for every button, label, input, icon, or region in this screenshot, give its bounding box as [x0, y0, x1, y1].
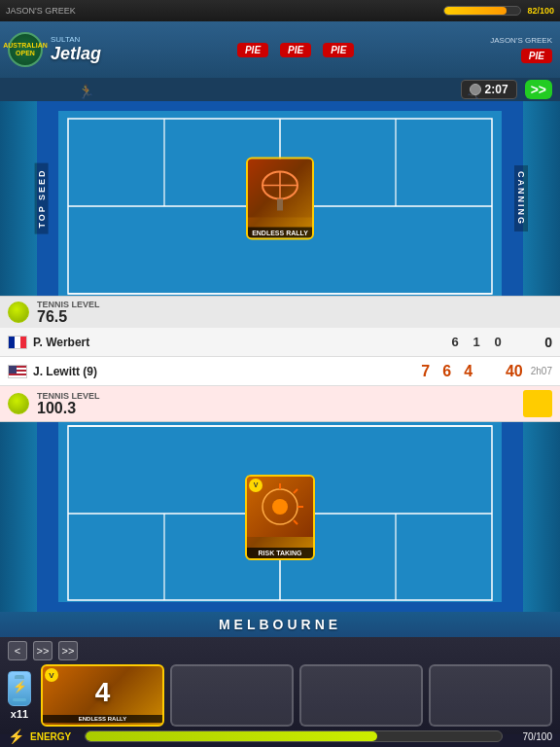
back-icon: <	[15, 645, 20, 657]
top-bar: JASON'S GREEK 82/100	[0, 0, 560, 21]
player1-set2: 1	[471, 335, 482, 349]
xp-fill	[444, 7, 507, 15]
tennis-level-row-top: TENNIS LEVEL 76.5	[0, 297, 560, 328]
card-art-top	[256, 164, 304, 213]
card-slot-1[interactable]: V 4 ENDLESS RALLY	[41, 664, 164, 727]
skip2-icon: >>	[62, 645, 75, 657]
player2-score: 40	[484, 363, 523, 380]
lightning-icon: ⚡	[8, 729, 24, 744]
card-slot-4[interactable]	[429, 664, 552, 727]
drink-icon: ⚡	[8, 671, 31, 706]
svg-point-28	[272, 499, 288, 515]
card-image-top	[248, 160, 312, 218]
us-flag-svg	[9, 366, 27, 378]
drink-item: ⚡ x11	[8, 671, 31, 720]
level-accent-bar	[523, 390, 552, 417]
player-name: Jetlag	[51, 44, 101, 64]
pie-logo-3: PIE	[323, 43, 354, 57]
bottom-main: ⚡ x11 V 4 ENDLESS RALLY	[0, 664, 560, 727]
sponsor-label: JASON'S GREEK	[490, 36, 552, 45]
tournament-text: AUSTRALIAN OPEN	[3, 42, 48, 58]
back-button[interactable]: <	[8, 641, 27, 660]
header-right: JASON'S GREEK PIE	[490, 36, 552, 63]
xp-label: 82/100	[527, 6, 554, 16]
tennis-level-info-bottom: TENNIS LEVEL 100.3	[37, 391, 100, 416]
card-slot-1-badge-text: V	[49, 671, 53, 680]
skip2-button[interactable]: >>	[58, 641, 78, 660]
score-section: TENNIS LEVEL 76.5 P. Werbert 6 1 0 0 J. …	[0, 296, 560, 422]
card-center-bottom[interactable]: V RISK TAKING	[245, 475, 315, 560]
svg-rect-15	[9, 366, 17, 374]
player2-row: J. Lewitt (9) 7 6 4 40 2h07	[0, 357, 560, 386]
skip1-button[interactable]: >>	[33, 641, 52, 660]
skip-button[interactable]: >>	[525, 80, 552, 99]
tennis-level-info-top: TENNIS LEVEL 76.5	[37, 300, 100, 325]
tennis-level-value-top: 76.5	[37, 309, 100, 325]
canning-banner: CANNING	[514, 165, 528, 231]
bottom-ui: < >> >> ⚡ x11 V 4 EN	[0, 637, 560, 734]
card-badge-bottom: V	[249, 479, 262, 492]
player1-name: P. Werbert	[33, 336, 449, 349]
energy-value: 70/100	[508, 731, 552, 742]
svg-rect-14	[9, 375, 27, 377]
card-label-top: ENDLESS RALLY	[248, 228, 312, 238]
player1-set3: 0	[492, 335, 504, 349]
tennis-ball-icon-top	[8, 302, 29, 323]
flag-us	[8, 365, 27, 378]
skip1-icon: >>	[37, 645, 50, 657]
xp-wrapper	[443, 6, 521, 16]
svg-line-27	[294, 520, 298, 524]
energy-bar-fill	[86, 731, 377, 741]
timer-row: 🏃 🏃 2:07 >>	[0, 78, 560, 101]
drink-count: x11	[11, 708, 28, 720]
aus-open-logo: AUSTRALIAN OPEN	[8, 32, 43, 67]
card-center-top[interactable]: ENDLESS RALLY	[246, 158, 314, 240]
sponsor-top-left: JASON'S GREEK	[6, 6, 76, 16]
player2-set1: 7	[420, 363, 432, 380]
card-slots: V 4 ENDLESS RALLY	[41, 664, 552, 727]
card-slot-2[interactable]	[170, 664, 294, 727]
pie-logo-right: PIE	[521, 49, 552, 63]
player2-sets: 7 6 4	[420, 363, 474, 380]
card-slot-1-badge: V	[45, 668, 58, 682]
energy-label: ENERGY	[30, 731, 79, 742]
card-art-bottom	[255, 481, 305, 532]
svg-line-25	[294, 489, 298, 493]
header-center: PIE PIE PIE	[237, 43, 354, 57]
energy-row: ⚡ ENERGY 70/100	[0, 727, 560, 746]
header-section: AUSTRALIAN OPEN Sultan Jetlag PIE PIE PI…	[0, 21, 560, 78]
court-bottom: V RISK TAKING	[0, 422, 560, 612]
energy-bar	[85, 730, 503, 742]
player-subtitle: Sultan	[51, 35, 101, 44]
melbourne-text: MELBOURNE	[219, 617, 341, 632]
top-bar-left: JASON'S GREEK	[6, 6, 76, 16]
tennis-ball-icon-bottom	[8, 393, 29, 414]
court-top: TOP SEED CANNING ENDLESS RALLY	[0, 101, 560, 296]
card-slot-3[interactable]	[299, 664, 423, 727]
header-left: AUSTRALIAN OPEN Sultan Jetlag	[8, 32, 101, 67]
card-slot-1-label: ENDLESS RALLY	[43, 715, 162, 723]
melbourne-strip: MELBOURNE	[0, 612, 560, 637]
xp-bar	[443, 6, 521, 16]
player1-sets: 6 1 0	[449, 335, 504, 349]
svg-rect-10	[277, 199, 283, 211]
pie-logo-1: PIE	[237, 43, 268, 57]
match-duration: 2h07	[531, 366, 552, 376]
top-bar-right: 82/100	[443, 6, 554, 16]
card-label-bottom: RISK TAKING	[247, 548, 313, 558]
player2-set2: 6	[441, 363, 453, 380]
flag-france	[8, 336, 27, 349]
player-name-block: Sultan Jetlag	[51, 35, 101, 64]
player-fig-left: 🏃	[78, 84, 94, 99]
card-slot-1-number: 4	[95, 677, 111, 708]
player1-score: 0	[513, 335, 552, 350]
topseed-banner: TOP SEED	[35, 162, 49, 233]
skip-arrows-icon: >>	[531, 82, 546, 97]
player1-row: P. Werbert 6 1 0 0	[0, 328, 560, 357]
player1-set1: 6	[449, 335, 461, 349]
pie-logo-2: PIE	[280, 43, 311, 57]
bottom-controls: < >> >>	[0, 637, 560, 664]
player2-name: J. Lewitt (9)	[33, 365, 420, 378]
card-badge-text: V	[254, 481, 259, 488]
timer-text: 2:07	[485, 83, 508, 96]
